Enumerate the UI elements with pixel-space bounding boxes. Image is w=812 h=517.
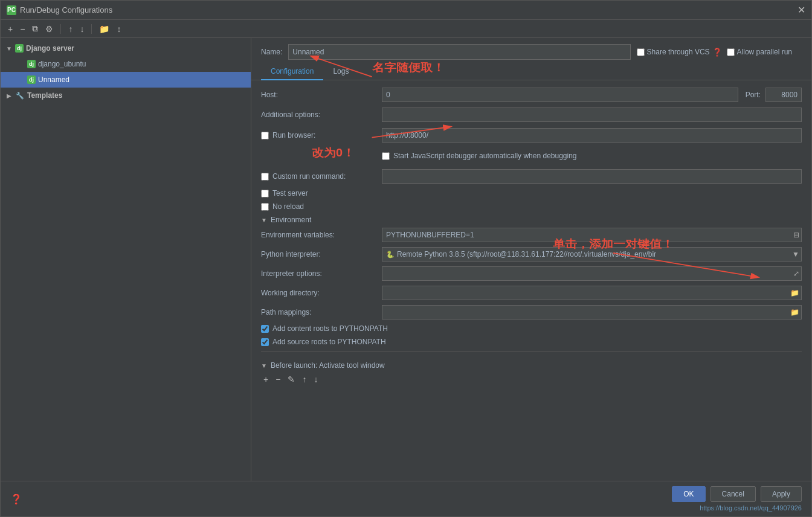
interpreter-options-row: Interpreter options: ⤢: [261, 266, 802, 281]
wrench-icon: 🔧: [15, 91, 25, 100]
tree-group-label-templates: Templates: [27, 91, 62, 100]
working-dir-browse-button[interactable]: 📁: [790, 289, 799, 297]
interpreter-dropdown-button[interactable]: ▼: [792, 250, 799, 258]
launch-remove-button[interactable]: −: [273, 373, 283, 385]
add-content-roots-checkbox[interactable]: [261, 325, 269, 333]
move-up-button[interactable]: ↑: [66, 23, 75, 35]
app-icon: PC: [7, 5, 16, 15]
toolbar: + − ⧉ ⚙ ↑ ↓ 📁 ↕: [1, 20, 811, 38]
name-input[interactable]: [288, 44, 630, 60]
name-label: Name:: [261, 48, 282, 56]
test-server-checkbox[interactable]: [261, 190, 269, 197]
sort-button[interactable]: ↕: [114, 23, 123, 35]
no-reload-checkbox[interactable]: [261, 203, 269, 211]
add-config-button[interactable]: +: [5, 23, 15, 35]
custom-run-row: Custom run command:: [261, 169, 802, 184]
env-variables-label: Environment variables:: [261, 231, 382, 239]
env-section-arrow[interactable]: ▼: [261, 217, 267, 223]
tabs-row: Configuration Logs: [251, 63, 811, 80]
interp-options-expand-button[interactable]: ⤢: [793, 269, 799, 278]
additional-options-input[interactable]: [382, 108, 802, 122]
env-variables-row: Environment variables: ⊟: [261, 228, 802, 242]
remove-config-button[interactable]: −: [18, 23, 27, 35]
django-ubuntu-icon: dj: [27, 60, 36, 68]
dialog-title: Run/Debug Configurations: [20, 5, 112, 14]
test-server-label: Test server: [272, 189, 308, 197]
allow-parallel-option: Allow parallel run: [727, 48, 792, 56]
env-edit-button[interactable]: ⊟: [793, 231, 799, 239]
share-vcs-label: Share through VCS: [647, 48, 710, 56]
tree-group-templates[interactable]: ▶ 🔧 Templates: [1, 88, 251, 103]
folder-button[interactable]: 📁: [97, 23, 112, 35]
share-vcs-checkbox[interactable]: [637, 48, 645, 56]
environment-section: ▼ Environment: [261, 216, 802, 224]
interpreter-display[interactable]: 🐍 Remote Python 3.8.5 (sftp://root@118.3…: [382, 247, 802, 262]
working-directory-input[interactable]: [382, 286, 802, 300]
tree-label-django-ubuntu: django_ubuntu: [38, 60, 86, 68]
launch-toolbar: + − ✎ ↑ ↓: [261, 373, 802, 385]
tree-group-label-django: Django server: [26, 44, 74, 53]
js-debugger-label: Start JavaScript debugger automatically …: [393, 152, 577, 160]
port-input[interactable]: [765, 88, 802, 102]
custom-run-input[interactable]: [382, 169, 802, 184]
close-button[interactable]: ✕: [798, 4, 805, 16]
js-debugger-checkbox[interactable]: [382, 152, 390, 160]
tree-arrow-django: ▼: [5, 45, 13, 52]
working-directory-label: Working directory:: [261, 289, 382, 297]
port-label: Port:: [746, 91, 761, 99]
interpreter-text: Remote Python 3.8.5 (sftp://root@118.31.…: [397, 250, 656, 258]
tab-logs[interactable]: Logs: [323, 63, 358, 80]
help-icon[interactable]: ❓: [10, 494, 22, 504]
launch-up-button[interactable]: ↑: [300, 373, 309, 385]
interpreter-options-input[interactable]: [382, 266, 802, 281]
path-mappings-wrap: 📁: [382, 305, 802, 320]
add-source-roots-row: Add source roots to PYTHONPATH: [261, 338, 802, 346]
path-mappings-row: Path mappings: 📁: [261, 305, 802, 320]
toolbar-separator: [60, 24, 61, 34]
unnamed-icon: dj: [27, 75, 36, 84]
titlebar: PC Run/Debug Configurations ✕: [1, 1, 811, 20]
add-source-roots-label: Add source roots to PYTHONPATH: [272, 338, 386, 346]
tab-configuration[interactable]: Configuration: [261, 63, 323, 80]
environment-label: Environment: [271, 216, 311, 224]
add-source-roots-checkbox[interactable]: [261, 338, 269, 346]
launch-down-button[interactable]: ↓: [311, 373, 320, 385]
allow-parallel-checkbox[interactable]: [727, 48, 735, 56]
tree-item-unnamed[interactable]: dj Unnamed: [1, 72, 251, 88]
tree-item-django-ubuntu[interactable]: dj django_ubuntu: [1, 56, 251, 72]
custom-run-checkbox[interactable]: [261, 173, 269, 181]
additional-options-label: Additional options:: [261, 111, 382, 119]
no-reload-label: No reload: [272, 202, 304, 211]
bottom-buttons: OK Cancel Apply: [672, 486, 802, 502]
apply-button[interactable]: Apply: [761, 486, 802, 502]
share-vcs-option: Share through VCS ❓: [637, 48, 722, 57]
copy-config-button[interactable]: ⧉: [30, 22, 40, 35]
settings-button[interactable]: ⚙: [43, 23, 56, 35]
before-launch-arrow[interactable]: ▼: [261, 362, 267, 369]
allow-parallel-label: Allow parallel run: [737, 48, 792, 56]
cancel-button[interactable]: Cancel: [710, 486, 756, 502]
run-browser-row: Run browser:: [261, 127, 802, 143]
interp-wrap: 🐍 Remote Python 3.8.5 (sftp://root@118.3…: [382, 247, 802, 262]
launch-edit-button[interactable]: ✎: [285, 373, 297, 385]
help-icon-vcs[interactable]: ❓: [712, 48, 722, 57]
env-variables-input[interactable]: [382, 228, 802, 242]
main-content: ▼ dj Django server dj django_ubuntu dj U…: [1, 38, 811, 481]
run-browser-checkbox[interactable]: [261, 132, 269, 140]
move-down-button[interactable]: ↓: [77, 23, 86, 35]
path-mappings-input[interactable]: [382, 305, 802, 320]
tree-group-django-server[interactable]: ▼ dj Django server: [1, 40, 251, 56]
titlebar-left: PC Run/Debug Configurations: [7, 5, 112, 15]
run-browser-url-input[interactable]: [382, 128, 802, 143]
before-launch-label: Before launch: Activate tool window: [271, 361, 385, 370]
tree-leaf-arrow: [18, 60, 25, 68]
toolbar-separator-2: [91, 24, 92, 34]
bottom-bar: ❓ OK Cancel Apply https://blog.csdn.net/…: [1, 481, 811, 516]
path-mappings-edit-button[interactable]: 📁: [790, 308, 799, 316]
launch-add-button[interactable]: +: [261, 373, 271, 385]
run-debug-dialog: PC Run/Debug Configurations ✕ + − ⧉ ⚙ ↑ …: [0, 0, 812, 517]
env-input-wrap: ⊟: [382, 228, 802, 242]
header-options: Share through VCS ❓ Allow parallel run: [637, 48, 802, 57]
ok-button[interactable]: OK: [672, 486, 705, 502]
host-input[interactable]: [382, 88, 738, 102]
